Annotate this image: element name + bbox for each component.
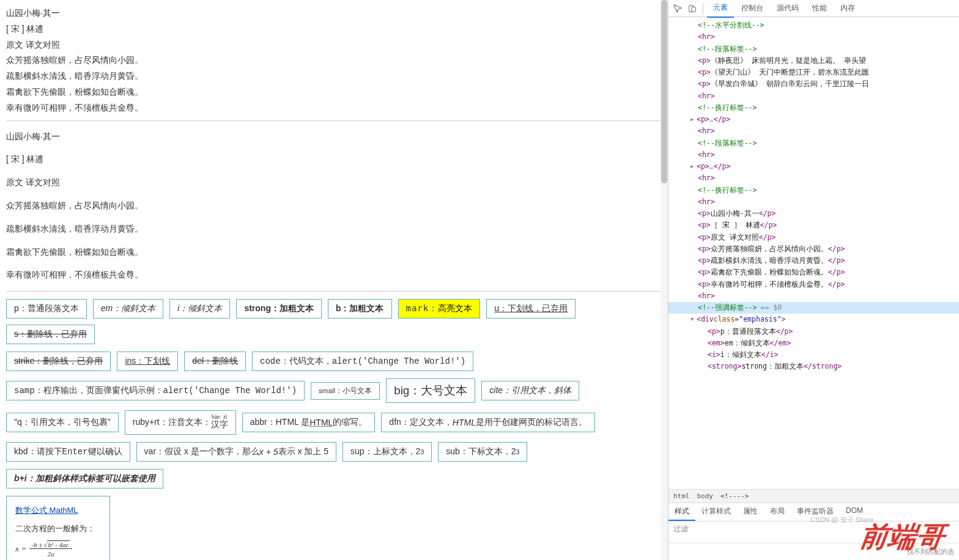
svg-rect-1: [692, 7, 695, 12]
poem-line: 幸有微吟可相狎，不须檀板共金尊。: [6, 268, 662, 282]
poem-view: 原文 译文对照: [6, 175, 662, 190]
bc-html[interactable]: html: [673, 492, 690, 500]
tab-console[interactable]: 控制台: [735, 0, 769, 17]
poem-line: 幸有微吟可相狎，不须檀板共金尊。: [6, 101, 662, 116]
poem-title: 山园小梅·其一: [6, 130, 662, 144]
poem-view: 原文 译文对照: [6, 38, 662, 53]
dom-breadcrumb[interactable]: html body <!---->: [668, 489, 959, 503]
selected-node[interactable]: ⋯<!--强调标签-->== $0: [668, 302, 959, 314]
poem-line: 霜禽欲下先偷眼，粉蝶如知合断魂。: [6, 245, 662, 260]
poem-line: 霜禽欲下先偷眼，粉蝶如知合断魂。: [6, 85, 662, 100]
math-desc: 二次方程的一般解为：: [15, 523, 101, 534]
tag-small: small：小号文本: [311, 382, 380, 400]
tag-big: big：大号文本: [386, 378, 475, 403]
tab-sources[interactable]: 源代码: [771, 0, 805, 17]
tag-p: p：普通段落文本: [6, 299, 87, 319]
scrollbar-thumb[interactable]: [661, 0, 667, 183]
tag-q: "q：引用文本，引号包裹": [6, 413, 119, 432]
tag-b: b：加粗文本: [328, 299, 392, 319]
devtools-toolbar: 元素 控制台 源代码 性能 内存: [668, 0, 959, 17]
tag-strong: strong：加粗文本: [236, 299, 322, 319]
tag-code: code：代码文本，alert('Change The World!'): [252, 352, 473, 371]
collapse-icon[interactable]: ▼: [691, 315, 697, 324]
tag-dfn: dfn：定义文本，HTML是用于创建网页的标记语言。: [381, 413, 595, 432]
tag-abbr: abbr：HTML 是 HTML 的缩写。: [242, 413, 376, 432]
devtools-panel: 元素 控制台 源代码 性能 内存 <!--水平分割线--> <hr> <!--段…: [668, 0, 959, 560]
poem-author: [ 宋 ] 林逋: [6, 152, 662, 167]
device-icon[interactable]: [686, 2, 699, 15]
tab-memory[interactable]: 内存: [834, 0, 861, 17]
tag-bi: b+i：加粗斜体样式标签可以嵌套使用: [6, 469, 163, 488]
tab-performance[interactable]: 性能: [806, 0, 833, 17]
tag-s: s：删除线，已弃用: [6, 325, 95, 344]
tag-ins: ins：下划线: [117, 352, 178, 371]
tag-em: em：倾斜文本: [93, 299, 163, 319]
tag-mark: mark：高亮文本: [398, 299, 481, 319]
tag-strike: strike：删除线，已弃用: [6, 352, 111, 371]
tag-i: i：倾斜文本: [169, 299, 230, 319]
tag-sup: sup：上标文本，23: [342, 442, 432, 462]
poem-block-2: 山园小梅·其一 [ 宋 ] 林逋 原文 译文对照 众芳摇落独暄妍，占尽风情向小园…: [6, 130, 662, 283]
stab-computed[interactable]: 计算样式: [695, 503, 737, 521]
divider: [6, 120, 662, 121]
poem-block-1: 山园小梅·其一 [ 宋 ] 林逋 原文 译文对照 众芳摇落独暄妍，占尽风情向小园…: [6, 6, 662, 116]
poem-line: 众芳摇落独暄妍，占尽风情向小园。: [6, 199, 662, 213]
poem-author: [ 宋 ] 林逋: [6, 22, 662, 37]
tag-cite: cite：引用文本，斜体: [481, 381, 579, 400]
content-pane: 山园小梅·其一 [ 宋 ] 林逋 原文 译文对照 众芳摇落独暄妍，占尽风情向小园…: [0, 0, 668, 560]
tag-ruby: ruby+rt：注音文本：汉字hàn zì: [125, 410, 236, 435]
dom-tree[interactable]: <!--水平分割线--> <hr> <!--段落标签--> <p>《静夜思》 床…: [668, 17, 959, 489]
tag-samp: samp：程序输出，页面弹窗代码示例：alert('Change The Wor…: [6, 381, 305, 400]
stab-props[interactable]: 属性: [737, 503, 764, 521]
tag-sub: sub：下标文本，23: [438, 442, 527, 462]
stab-styles[interactable]: 样式: [668, 503, 695, 521]
expand-icon[interactable]: ▶: [691, 116, 697, 124]
divider: [6, 291, 662, 292]
bc-body[interactable]: body: [697, 492, 714, 500]
mathml-box: 数学公式 MathML 二次方程的一般解为： x= -b ±b² - 4ac 2…: [6, 496, 110, 560]
tag-demo-container: p：普通段落文本 em：倾斜文本 i：倾斜文本 strong：加粗文本 b：加粗…: [6, 299, 662, 560]
mathml-link[interactable]: 数学公式 MathML: [15, 506, 78, 515]
tab-elements[interactable]: 元素: [707, 0, 734, 18]
tag-kbd: kbd：请按下 Enter 键以确认: [6, 442, 130, 462]
poem-line: 疏影横斜水清浅，暗香浮动月黄昏。: [6, 69, 662, 84]
poem-line: 众芳摇落独暄妍，占尽风情向小园。: [6, 53, 662, 68]
styles-filter[interactable]: 过滤: [668, 521, 959, 543]
watermark-sub: CSDN @ 安子 Share: [810, 515, 873, 525]
tag-del: del：删除线: [184, 352, 246, 371]
math-formula: x= -b ±b² - 4ac 2a: [15, 540, 101, 558]
stab-layout[interactable]: 布局: [764, 503, 791, 521]
tag-var: var：假设 x 是一个数字，那么 x + 5 表示 x 加上 5: [136, 442, 336, 462]
poem-line: 疏影横斜水清浅，暗香浮动月黄昏。: [6, 222, 662, 237]
poem-title: 山园小梅·其一: [6, 6, 662, 21]
tag-u: u：下划线，已弃用: [486, 299, 576, 319]
inspect-icon[interactable]: [671, 2, 684, 15]
bc-comment[interactable]: <!---->: [720, 492, 749, 500]
no-match-text: 找不到匹配的选: [668, 543, 959, 560]
expand-icon[interactable]: ▶: [691, 163, 697, 171]
